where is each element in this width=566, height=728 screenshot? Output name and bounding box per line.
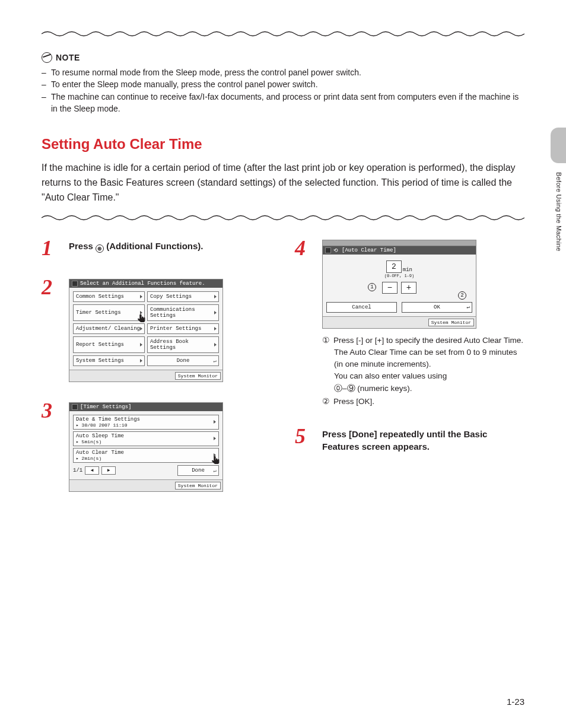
step-number: 5 (295, 425, 311, 453)
step-number: 1 (42, 237, 58, 259)
page-next-button[interactable]: ► (101, 466, 116, 475)
left-column: 1 Press ⊛ (Additional Functions). 2 Sele… (42, 237, 271, 510)
circled-2: ② (322, 396, 330, 408)
panel-header: [Timer Settings] (69, 403, 222, 411)
step-number: 2 (42, 276, 58, 382)
wavy-divider-mid (42, 214, 524, 222)
side-tab-label: Before Using the Machine (555, 172, 562, 252)
system-monitor-button[interactable]: System Monitor (428, 319, 474, 326)
report-settings-button[interactable]: Report Settings (73, 336, 145, 353)
additional-functions-panel: Select an Additional Functions feature. … (69, 279, 223, 382)
minutes-value: 2 (386, 260, 402, 273)
step-number: 4 (295, 237, 311, 408)
timer-settings-button[interactable]: Timer Settings (73, 304, 145, 321)
chevron-right-icon (214, 420, 216, 424)
section-title: Setting Auto Clear Time (42, 136, 524, 152)
note-block: NOTE To resume normal mode from the Slee… (42, 52, 524, 115)
step-5: 5 Press [Done] repeatedly until the Basi… (295, 425, 524, 453)
address-book-settings-button[interactable]: Address Book Settings (147, 336, 219, 353)
note-heading: NOTE (42, 52, 524, 63)
done-button[interactable]: Done (177, 465, 219, 476)
wavy-divider-top (42, 30, 524, 38)
system-settings-button[interactable]: System Settings (73, 355, 145, 366)
additional-functions-icon: ⊛ (96, 244, 104, 253)
copy-settings-button[interactable]: Copy Settings (147, 291, 219, 302)
pager: 1/1 ◄ ► (73, 466, 116, 475)
system-monitor-button[interactable]: System Monitor (175, 372, 221, 380)
communications-settings-button[interactable]: Communications Settings (147, 304, 219, 321)
ok-button[interactable]: OK↵ (402, 302, 472, 313)
chevron-right-icon (214, 437, 216, 440)
step-4: 4 ⟲ [Auto Clear Time] 2 min (0-OFF, 1 (295, 237, 524, 408)
system-monitor-button[interactable]: System Monitor (175, 482, 221, 489)
step-1-text: Press ⊛ (Additional Functions). (69, 240, 271, 253)
note-item: To enter the Sleep mode manually, press … (42, 78, 524, 90)
gear-icon (72, 404, 78, 410)
plus-button[interactable]: + (401, 282, 416, 294)
step-2: 2 Select an Additional Functions feature… (42, 276, 271, 382)
page-prev-button[interactable]: ◄ (85, 466, 99, 475)
section-intro: If the machine is idle for a certain per… (42, 161, 524, 205)
note-icon (42, 52, 52, 63)
back-icon: ⟲ (333, 247, 339, 253)
callout-2: 2 (458, 291, 466, 300)
step-4-substeps: ① Press [-] or [+] to specify the desire… (322, 335, 524, 408)
callout-1: 1 (368, 283, 376, 291)
page-number: 1-23 (507, 697, 524, 707)
panel-header: ⟲ [Auto Clear Time] (323, 246, 476, 255)
auto-clear-time-row[interactable]: Auto Clear Time▸ 2min(s) (73, 448, 219, 463)
printer-settings-button[interactable]: Printer Settings (147, 323, 219, 334)
step-3: 3 [Timer Settings] Date & Time Settings▸… (42, 400, 271, 492)
done-button[interactable]: Done (147, 355, 219, 366)
auto-clear-time-panel: ⟲ [Auto Clear Time] 2 min (0-OFF, 1-9) 1… (322, 240, 476, 329)
step-5-text: Press [Done] repeatedly until the Basic … (322, 428, 524, 453)
adjustment-cleaning-button[interactable]: Adjustment/ Cleaning (73, 323, 145, 334)
step-1: 1 Press ⊛ (Additional Functions). (42, 237, 271, 259)
gear-icon (72, 281, 78, 287)
note-list: To resume normal mode from the Sleep mod… (42, 66, 524, 115)
panel-header: Select an Additional Functions feature. (69, 279, 222, 288)
steps-area: 1 Press ⊛ (Additional Functions). 2 Sele… (42, 237, 524, 510)
numeric-keys-icon: ⓪–⑨ (334, 384, 355, 393)
gear-icon (325, 247, 331, 253)
note-item: The machine can continue to receive fax/… (42, 91, 524, 115)
panel-top-bar (323, 240, 476, 246)
right-column: 4 ⟲ [Auto Clear Time] 2 min (0-OFF, 1 (295, 237, 524, 510)
common-settings-button[interactable]: Common Settings (73, 291, 145, 302)
circled-1: ① (322, 335, 330, 346)
note-label: NOTE (56, 53, 80, 62)
side-tab (551, 128, 566, 163)
cancel-button[interactable]: Cancel (326, 302, 397, 313)
date-time-settings-row[interactable]: Date & Time Settings▸ 30/08 2007 11:10 (73, 415, 219, 430)
step-number: 3 (42, 400, 58, 492)
timer-settings-panel: [Timer Settings] Date & Time Settings▸ 3… (69, 402, 223, 492)
note-item: To resume normal mode from the Sleep mod… (42, 66, 524, 78)
minus-button[interactable]: − (382, 282, 398, 294)
auto-sleep-time-row[interactable]: Auto Sleep Time▸ 5min(s) (73, 431, 219, 446)
